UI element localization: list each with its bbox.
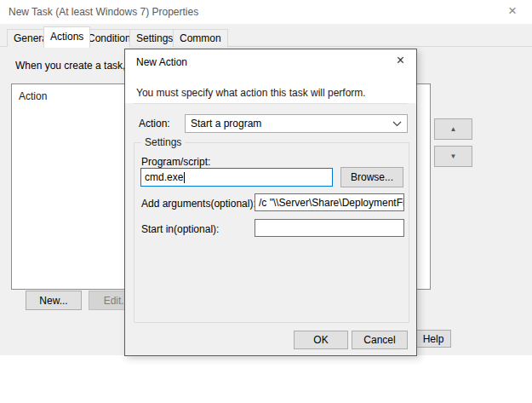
browse-button[interactable]: Browse...	[340, 167, 403, 187]
screenshot-root: New Task (At least Windows 7) Properties…	[0, 0, 532, 403]
start-in-label: Start in(optional):	[141, 223, 219, 235]
program-script-label: Program/script:	[141, 156, 210, 168]
arrow-up-icon: ▲	[450, 126, 457, 133]
dialog-message: You must specify what action this task w…	[136, 87, 366, 99]
program-script-input[interactable]: cmd.exe	[140, 168, 333, 187]
text-caret	[184, 172, 185, 183]
arguments-value: /c "\\Server\Share\DeploymentFiles\Upx	[259, 197, 404, 209]
program-script-value: cmd.exe	[145, 171, 183, 183]
settings-groupbox: Settings Program/script: cmd.exe Browse.…	[134, 142, 409, 323]
new-action-dialog: New Action × You must specify what actio…	[124, 49, 417, 356]
window-titlebar: New Task (At least Windows 7) Properties…	[0, 0, 532, 24]
arguments-label: Add arguments(optional):	[141, 198, 256, 210]
move-up-button[interactable]: ▲	[434, 118, 472, 140]
ok-button[interactable]: OK	[294, 331, 348, 349]
move-down-button[interactable]: ▼	[434, 146, 472, 167]
dialog-close-icon[interactable]: ×	[397, 53, 404, 68]
action-type-value: Start a program	[191, 118, 392, 130]
window-title: New Task (At least Windows 7) Properties	[9, 6, 198, 18]
chevron-down-icon	[392, 121, 402, 127]
actions-list-header: Action	[19, 90, 47, 102]
arrow-down-icon: ▼	[450, 153, 457, 160]
actions-intro-text: When you create a task, yo	[15, 60, 124, 72]
dialog-title: New Action	[136, 56, 187, 68]
start-in-input[interactable]	[255, 219, 404, 237]
dialog-divider	[134, 103, 408, 104]
arguments-input[interactable]: /c "\\Server\Share\DeploymentFiles\Upx	[255, 193, 404, 211]
cancel-button[interactable]: Cancel	[352, 331, 408, 349]
action-type-dropdown[interactable]: Start a program	[185, 114, 408, 133]
action-label: Action:	[139, 118, 170, 130]
help-button[interactable]: Help	[415, 330, 451, 348]
new-action-button[interactable]: New...	[26, 291, 82, 310]
tab-common[interactable]: Common	[173, 29, 228, 47]
tab-actions[interactable]: Actions	[43, 26, 90, 48]
settings-legend: Settings	[141, 136, 185, 148]
window-close-icon[interactable]: ×	[508, 3, 517, 20]
